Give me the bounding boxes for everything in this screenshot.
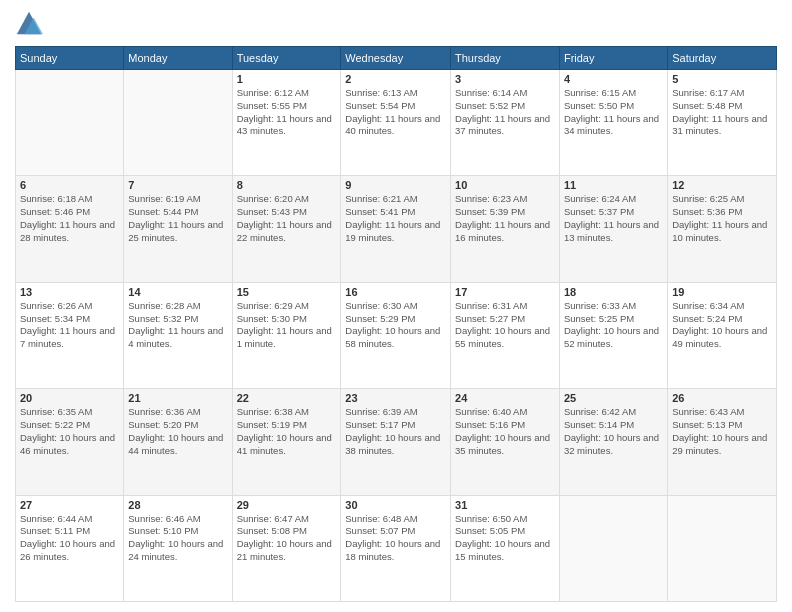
day-info: Sunrise: 6:21 AM Sunset: 5:41 PM Dayligh… — [345, 193, 446, 244]
day-info: Sunrise: 6:33 AM Sunset: 5:25 PM Dayligh… — [564, 300, 663, 351]
day-info: Sunrise: 6:36 AM Sunset: 5:20 PM Dayligh… — [128, 406, 227, 457]
logo-icon — [15, 10, 43, 38]
day-number: 22 — [237, 392, 337, 404]
day-number: 1 — [237, 73, 337, 85]
day-of-week-header: Wednesday — [341, 47, 451, 70]
day-number: 3 — [455, 73, 555, 85]
day-number: 16 — [345, 286, 446, 298]
calendar-cell — [16, 70, 124, 176]
calendar-cell — [124, 70, 232, 176]
day-number: 11 — [564, 179, 663, 191]
day-number: 21 — [128, 392, 227, 404]
day-info: Sunrise: 6:30 AM Sunset: 5:29 PM Dayligh… — [345, 300, 446, 351]
calendar-cell: 1Sunrise: 6:12 AM Sunset: 5:55 PM Daylig… — [232, 70, 341, 176]
calendar-cell: 13Sunrise: 6:26 AM Sunset: 5:34 PM Dayli… — [16, 282, 124, 388]
calendar-week-row: 6Sunrise: 6:18 AM Sunset: 5:46 PM Daylig… — [16, 176, 777, 282]
calendar-cell: 5Sunrise: 6:17 AM Sunset: 5:48 PM Daylig… — [668, 70, 777, 176]
day-of-week-header: Sunday — [16, 47, 124, 70]
day-info: Sunrise: 6:12 AM Sunset: 5:55 PM Dayligh… — [237, 87, 337, 138]
day-number: 8 — [237, 179, 337, 191]
calendar-week-row: 27Sunrise: 6:44 AM Sunset: 5:11 PM Dayli… — [16, 495, 777, 601]
day-number: 31 — [455, 499, 555, 511]
day-of-week-header: Thursday — [451, 47, 560, 70]
calendar-cell: 8Sunrise: 6:20 AM Sunset: 5:43 PM Daylig… — [232, 176, 341, 282]
calendar-cell: 14Sunrise: 6:28 AM Sunset: 5:32 PM Dayli… — [124, 282, 232, 388]
calendar-cell: 6Sunrise: 6:18 AM Sunset: 5:46 PM Daylig… — [16, 176, 124, 282]
day-number: 19 — [672, 286, 772, 298]
calendar-cell: 16Sunrise: 6:30 AM Sunset: 5:29 PM Dayli… — [341, 282, 451, 388]
day-number: 7 — [128, 179, 227, 191]
day-info: Sunrise: 6:14 AM Sunset: 5:52 PM Dayligh… — [455, 87, 555, 138]
day-number: 2 — [345, 73, 446, 85]
calendar-cell: 19Sunrise: 6:34 AM Sunset: 5:24 PM Dayli… — [668, 282, 777, 388]
day-number: 29 — [237, 499, 337, 511]
day-info: Sunrise: 6:20 AM Sunset: 5:43 PM Dayligh… — [237, 193, 337, 244]
day-number: 17 — [455, 286, 555, 298]
calendar-week-row: 1Sunrise: 6:12 AM Sunset: 5:55 PM Daylig… — [16, 70, 777, 176]
day-info: Sunrise: 6:19 AM Sunset: 5:44 PM Dayligh… — [128, 193, 227, 244]
calendar-cell: 17Sunrise: 6:31 AM Sunset: 5:27 PM Dayli… — [451, 282, 560, 388]
day-number: 18 — [564, 286, 663, 298]
day-info: Sunrise: 6:23 AM Sunset: 5:39 PM Dayligh… — [455, 193, 555, 244]
day-number: 14 — [128, 286, 227, 298]
day-number: 24 — [455, 392, 555, 404]
day-info: Sunrise: 6:26 AM Sunset: 5:34 PM Dayligh… — [20, 300, 119, 351]
calendar-cell: 29Sunrise: 6:47 AM Sunset: 5:08 PM Dayli… — [232, 495, 341, 601]
day-info: Sunrise: 6:25 AM Sunset: 5:36 PM Dayligh… — [672, 193, 772, 244]
day-info: Sunrise: 6:43 AM Sunset: 5:13 PM Dayligh… — [672, 406, 772, 457]
calendar-cell: 12Sunrise: 6:25 AM Sunset: 5:36 PM Dayli… — [668, 176, 777, 282]
day-number: 12 — [672, 179, 772, 191]
calendar-cell: 15Sunrise: 6:29 AM Sunset: 5:30 PM Dayli… — [232, 282, 341, 388]
day-number: 4 — [564, 73, 663, 85]
calendar-cell: 23Sunrise: 6:39 AM Sunset: 5:17 PM Dayli… — [341, 389, 451, 495]
day-of-week-header: Monday — [124, 47, 232, 70]
day-number: 10 — [455, 179, 555, 191]
day-number: 23 — [345, 392, 446, 404]
header-row: SundayMondayTuesdayWednesdayThursdayFrid… — [16, 47, 777, 70]
calendar-cell: 7Sunrise: 6:19 AM Sunset: 5:44 PM Daylig… — [124, 176, 232, 282]
calendar-cell: 18Sunrise: 6:33 AM Sunset: 5:25 PM Dayli… — [559, 282, 667, 388]
calendar-cell: 30Sunrise: 6:48 AM Sunset: 5:07 PM Dayli… — [341, 495, 451, 601]
logo — [15, 10, 47, 38]
day-of-week-header: Tuesday — [232, 47, 341, 70]
day-number: 30 — [345, 499, 446, 511]
day-info: Sunrise: 6:47 AM Sunset: 5:08 PM Dayligh… — [237, 513, 337, 564]
day-info: Sunrise: 6:42 AM Sunset: 5:14 PM Dayligh… — [564, 406, 663, 457]
day-info: Sunrise: 6:34 AM Sunset: 5:24 PM Dayligh… — [672, 300, 772, 351]
calendar: SundayMondayTuesdayWednesdayThursdayFrid… — [15, 46, 777, 602]
calendar-cell: 21Sunrise: 6:36 AM Sunset: 5:20 PM Dayli… — [124, 389, 232, 495]
day-info: Sunrise: 6:46 AM Sunset: 5:10 PM Dayligh… — [128, 513, 227, 564]
calendar-cell: 28Sunrise: 6:46 AM Sunset: 5:10 PM Dayli… — [124, 495, 232, 601]
calendar-cell: 26Sunrise: 6:43 AM Sunset: 5:13 PM Dayli… — [668, 389, 777, 495]
day-of-week-header: Friday — [559, 47, 667, 70]
day-info: Sunrise: 6:17 AM Sunset: 5:48 PM Dayligh… — [672, 87, 772, 138]
day-info: Sunrise: 6:24 AM Sunset: 5:37 PM Dayligh… — [564, 193, 663, 244]
calendar-cell: 25Sunrise: 6:42 AM Sunset: 5:14 PM Dayli… — [559, 389, 667, 495]
calendar-cell: 27Sunrise: 6:44 AM Sunset: 5:11 PM Dayli… — [16, 495, 124, 601]
page: SundayMondayTuesdayWednesdayThursdayFrid… — [0, 0, 792, 612]
calendar-cell: 4Sunrise: 6:15 AM Sunset: 5:50 PM Daylig… — [559, 70, 667, 176]
day-info: Sunrise: 6:35 AM Sunset: 5:22 PM Dayligh… — [20, 406, 119, 457]
calendar-cell: 9Sunrise: 6:21 AM Sunset: 5:41 PM Daylig… — [341, 176, 451, 282]
header — [15, 10, 777, 38]
day-number: 25 — [564, 392, 663, 404]
calendar-cell — [668, 495, 777, 601]
calendar-week-row: 13Sunrise: 6:26 AM Sunset: 5:34 PM Dayli… — [16, 282, 777, 388]
day-info: Sunrise: 6:50 AM Sunset: 5:05 PM Dayligh… — [455, 513, 555, 564]
day-info: Sunrise: 6:39 AM Sunset: 5:17 PM Dayligh… — [345, 406, 446, 457]
day-info: Sunrise: 6:18 AM Sunset: 5:46 PM Dayligh… — [20, 193, 119, 244]
day-info: Sunrise: 6:13 AM Sunset: 5:54 PM Dayligh… — [345, 87, 446, 138]
calendar-cell: 22Sunrise: 6:38 AM Sunset: 5:19 PM Dayli… — [232, 389, 341, 495]
day-number: 15 — [237, 286, 337, 298]
day-number: 9 — [345, 179, 446, 191]
calendar-cell: 11Sunrise: 6:24 AM Sunset: 5:37 PM Dayli… — [559, 176, 667, 282]
day-info: Sunrise: 6:44 AM Sunset: 5:11 PM Dayligh… — [20, 513, 119, 564]
day-of-week-header: Saturday — [668, 47, 777, 70]
day-info: Sunrise: 6:38 AM Sunset: 5:19 PM Dayligh… — [237, 406, 337, 457]
calendar-cell — [559, 495, 667, 601]
day-number: 6 — [20, 179, 119, 191]
calendar-cell: 20Sunrise: 6:35 AM Sunset: 5:22 PM Dayli… — [16, 389, 124, 495]
day-number: 5 — [672, 73, 772, 85]
calendar-cell: 24Sunrise: 6:40 AM Sunset: 5:16 PM Dayli… — [451, 389, 560, 495]
day-number: 20 — [20, 392, 119, 404]
